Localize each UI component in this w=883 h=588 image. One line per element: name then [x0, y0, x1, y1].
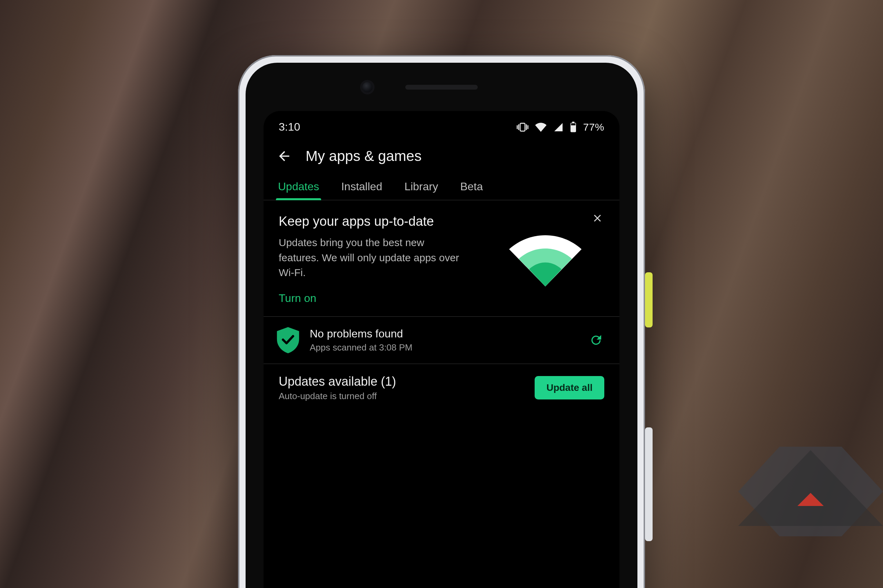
page-title: My apps & games — [305, 148, 421, 164]
tab-label: Beta — [460, 180, 483, 193]
refresh-button[interactable] — [588, 332, 604, 348]
updates-available-subtitle: Auto-update is turned off — [279, 391, 396, 402]
turn-on-button[interactable]: Turn on — [279, 292, 604, 304]
auto-update-body: Updates bring you the best new features.… — [279, 235, 465, 280]
tab-label: Installed — [341, 180, 382, 193]
cellular-icon — [553, 122, 564, 132]
battery-icon — [570, 122, 577, 133]
svg-rect-0 — [520, 123, 525, 131]
tab-beta[interactable]: Beta — [459, 175, 484, 200]
app-bar: My apps & games — [263, 138, 620, 175]
back-button[interactable] — [275, 147, 293, 165]
update-all-button[interactable]: Update all — [535, 376, 604, 399]
close-button[interactable] — [589, 210, 606, 226]
updates-available-text: Updates available (1) Auto-update is tur… — [279, 374, 396, 402]
tab-label: Library — [404, 180, 438, 193]
updates-available-row: Updates available (1) Auto-update is tur… — [263, 364, 620, 405]
svg-rect-2 — [572, 122, 574, 123]
phone-screen: 3:10 — [263, 111, 620, 588]
play-protect-text: No problems found Apps scanned at 3:08 P… — [310, 327, 412, 353]
tab-installed[interactable]: Installed — [340, 175, 384, 200]
tab-label: Updates — [278, 180, 319, 193]
tab-updates[interactable]: Updates — [277, 175, 320, 200]
svg-rect-3 — [571, 123, 576, 125]
tab-library[interactable]: Library — [403, 175, 439, 200]
play-protect-subtitle: Apps scanned at 3:08 PM — [310, 342, 412, 353]
play-protect-title: No problems found — [310, 327, 412, 340]
vibrate-icon — [517, 122, 528, 132]
phone-bezel: 3:10 — [245, 63, 638, 588]
updates-available-title: Updates available (1) — [279, 374, 396, 389]
status-icons: 77% — [517, 122, 604, 133]
phone-volume-rocker — [645, 428, 653, 541]
wifi-fan-icon — [509, 235, 582, 286]
watermark-logo — [738, 419, 883, 550]
phone-speaker — [405, 85, 478, 90]
shield-check-icon — [277, 327, 299, 353]
phone-frame: 3:10 — [238, 55, 645, 588]
play-protect-row[interactable]: No problems found Apps scanned at 3:08 P… — [263, 317, 620, 364]
wifi-icon — [535, 122, 547, 132]
status-time: 3:10 — [279, 121, 300, 134]
battery-percent: 77% — [583, 122, 604, 133]
auto-update-title: Keep your apps up-to-date — [279, 214, 604, 229]
status-bar: 3:10 — [263, 111, 620, 138]
auto-update-card: Keep your apps up-to-date Updates bring … — [263, 200, 620, 317]
phone-power-button — [645, 272, 653, 327]
phone-front-camera — [362, 82, 373, 92]
tab-bar: Updates Installed Library Beta — [263, 175, 620, 200]
